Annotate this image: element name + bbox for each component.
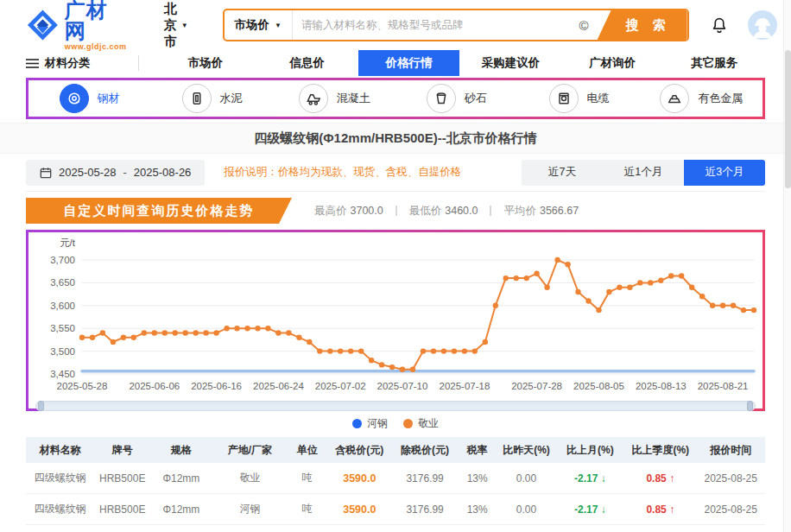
price-line-chart: 3,4503,5003,5503,6003,6503,7002025-05-28… — [34, 250, 761, 396]
range-1month-button[interactable]: 近1个月 — [603, 160, 684, 186]
price-trend-page: 广材网 www.gldjc.com 北京市 ▼ 市场价 ▼ © 搜 索 — [0, 0, 791, 532]
search-category-dropdown[interactable]: 市场价 ▼ — [225, 10, 293, 40]
col-header: 材料名称 — [26, 443, 95, 458]
table-row: 四级螺纹钢 HRB500E Φ12mm 河钢 吨 3590.0 3176.99 … — [26, 494, 765, 525]
svg-text:3,650: 3,650 — [50, 277, 75, 288]
col-header: 规格 — [150, 443, 212, 458]
svg-text:2025-07-28: 2025-07-28 — [511, 381, 562, 391]
svg-text:3,500: 3,500 — [50, 346, 75, 357]
table-row: 四级螺纹钢 HRB500E Φ12mm 敬业 吨 3590.0 3176.99 … — [26, 463, 765, 494]
nav-item-market-price[interactable]: 市场价 — [155, 50, 256, 76]
tax-rate: 13% — [458, 504, 497, 516]
main-nav: 材料分类 市场价 信息价 价格行情 采购建议价 广材询价 其它服务 — [0, 50, 791, 76]
material-catalog-button[interactable]: 材料分类 — [26, 50, 138, 76]
col-header: 税率 — [458, 443, 497, 458]
sand-icon — [427, 84, 456, 113]
datazoom-right-handle[interactable] — [747, 401, 753, 411]
svg-text:2025-07-02: 2025-07-02 — [315, 381, 366, 391]
range-3months-button[interactable]: 近3个月 — [684, 160, 765, 186]
notification-bell-icon[interactable] — [710, 16, 729, 35]
table-header-row: 材料名称 牌号 规格 产地/厂家 单位 含税价(元) 除税价(元) 税率 比昨天… — [26, 437, 765, 463]
vs-last-quarter: 0.85 ↑ — [624, 504, 696, 516]
col-header: 报价时间 — [696, 443, 765, 458]
chart-legend: 河钢 敬业 — [0, 411, 791, 435]
logo-diamond-icon — [26, 8, 60, 42]
nav-item-inquiry[interactable]: 广材询价 — [561, 50, 663, 76]
date-range-picker[interactable]: 2025-05-28 - 2025-08-26 — [26, 160, 205, 186]
cable-icon — [549, 84, 579, 113]
col-header: 比上月(%) — [556, 443, 625, 458]
avg-price-label: 平均价 — [503, 205, 536, 217]
nav-items: 市场价 信息价 价格行情 采购建议价 广材询价 其它服务 — [155, 50, 765, 76]
catalog-label: 材料分类 — [45, 55, 90, 71]
legend-label: 敬业 — [418, 416, 439, 431]
legend-item-hegang[interactable]: 河钢 — [352, 416, 388, 431]
chevron-down-icon: ▼ — [181, 22, 188, 29]
unit: 吨 — [288, 471, 326, 485]
nonferrous-icon — [660, 84, 689, 113]
svg-text:2025-08-13: 2025-08-13 — [636, 381, 687, 391]
quote-date: 2025-08-25 — [696, 504, 765, 516]
producer: 敬业 — [212, 471, 288, 485]
quote-date: 2025-08-25 — [696, 472, 765, 484]
svg-text:3,450: 3,450 — [50, 369, 75, 379]
city-name: 北京市 — [164, 1, 177, 50]
range-7days-button[interactable]: 近7天 — [522, 160, 603, 186]
range-button-group: 近7天 近1个月 近3个月 — [522, 160, 765, 186]
category-concrete[interactable]: 混凝土 — [273, 84, 396, 113]
svg-text:3,600: 3,600 — [50, 301, 75, 311]
svg-text:2025-08-05: 2025-08-05 — [573, 381, 624, 391]
page-scrollbar[interactable] — [783, 0, 791, 532]
concrete-icon — [299, 84, 328, 113]
quote-note: 报价说明：价格均为现款、现货、含税、自提价格 — [224, 165, 461, 180]
page-scrollbar-thumb[interactable] — [785, 50, 791, 188]
tax-price: 3590.0 — [326, 472, 392, 484]
category-cement[interactable]: 水泥 — [151, 84, 274, 113]
nav-item-price-trend[interactable]: 价格行情 — [358, 50, 460, 76]
svg-text:2025-05-28: 2025-05-28 — [57, 381, 108, 391]
svg-text:2025-06-24: 2025-06-24 — [253, 381, 304, 391]
copyright-icon[interactable]: © — [578, 18, 598, 33]
category-label: 电缆 — [587, 91, 610, 106]
nav-item-purchase-advice[interactable]: 采购建议价 — [459, 50, 561, 76]
category-cable[interactable]: 电缆 — [518, 84, 641, 113]
col-header: 牌号 — [95, 443, 150, 458]
chevron-down-icon: ▼ — [275, 22, 282, 29]
price-ex-tax: 3176.99 — [392, 504, 458, 516]
legend-dot-orange — [403, 419, 413, 428]
nav-item-other-services[interactable]: 其它服务 — [663, 50, 765, 76]
chart-datazoom-scrollbar[interactable] — [35, 401, 756, 411]
datazoom-left-handle[interactable] — [38, 401, 44, 411]
category-label: 钢材 — [98, 91, 120, 106]
site-logo[interactable]: 广材网 www.gldjc.com — [26, 0, 128, 51]
nav-item-info-price[interactable]: 信息价 — [256, 50, 358, 76]
search-input[interactable] — [293, 10, 578, 40]
category-label: 有色金属 — [698, 91, 743, 106]
top-bar: 广材网 www.gldjc.com 北京市 ▼ 市场价 ▼ © 搜 索 — [0, 0, 791, 50]
col-header: 比上季度(%) — [624, 443, 696, 458]
material-name: 四级螺纹钢 — [26, 471, 95, 485]
category-sand[interactable]: 砂石 — [396, 84, 518, 113]
legend-item-jingye[interactable]: 敬业 — [403, 416, 439, 431]
svg-text:2025-07-18: 2025-07-18 — [439, 381, 490, 391]
producer: 河钢 — [212, 502, 288, 516]
category-nonferrous[interactable]: 有色金属 — [640, 84, 763, 113]
page-title: 四级螺纹钢(Φ12mm/HRB500E)--北京市价格行情 — [0, 123, 791, 154]
price-ex-tax: 3176.99 — [392, 472, 458, 484]
user-avatar[interactable] — [748, 10, 777, 40]
category-steel[interactable]: 钢材 — [28, 84, 151, 113]
svg-text:2025-06-16: 2025-06-16 — [191, 381, 242, 391]
spec: Φ12mm — [150, 472, 212, 484]
date-start: 2025-05-28 — [59, 166, 117, 179]
site-name: 广材网 — [65, 0, 128, 41]
search-button[interactable]: 搜 索 — [598, 10, 687, 40]
filter-row: 2025-05-28 - 2025-08-26 报价说明：价格均为现款、现货、含… — [26, 154, 765, 192]
steel-icon — [60, 84, 89, 113]
col-header: 除税价(元) — [392, 443, 458, 458]
city-selector[interactable]: 北京市 ▼ — [164, 1, 188, 50]
material-name: 四级螺纹钢 — [26, 502, 95, 516]
date-separator: - — [123, 166, 127, 179]
min-price-value: 3460.0 — [445, 205, 478, 217]
col-header: 含税价(元) — [326, 443, 392, 458]
divider — [490, 206, 491, 216]
